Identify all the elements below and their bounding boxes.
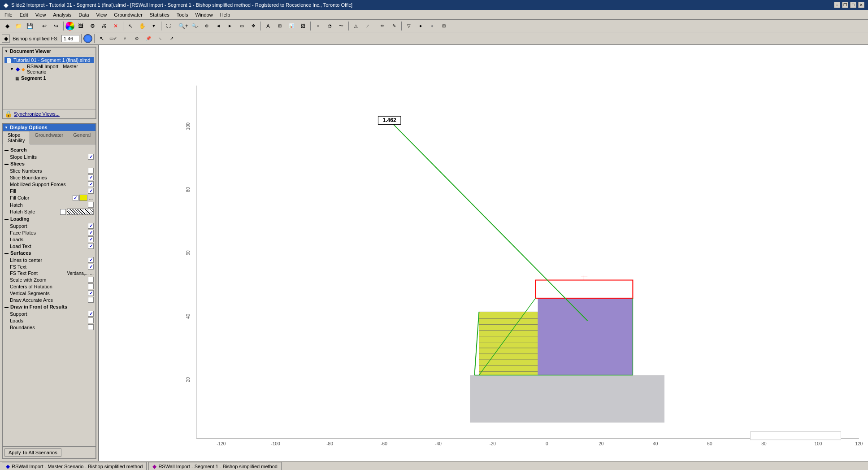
cursor-btn[interactable]: ↖ (96, 34, 107, 44)
print-button[interactable]: 🖨 (99, 21, 109, 31)
maximize-button[interactable]: □ (850, 2, 856, 8)
tree-item-tutorial[interactable]: 📄 Tutorial 01 - Segment 1 (final).slmd (4, 57, 94, 63)
menu-help[interactable]: Help (217, 11, 234, 18)
stop-button[interactable]: ✕ (110, 21, 121, 31)
menu-view2[interactable]: View (93, 11, 111, 18)
boundaries-front-checkbox[interactable] (88, 324, 94, 330)
zoom-next-button[interactable]: ► (225, 21, 235, 31)
loading-toggle[interactable]: ▬ (4, 217, 9, 221)
save-button[interactable]: 💾 (24, 21, 35, 31)
image-button[interactable]: 🖼 (298, 21, 308, 31)
hatch-checkbox[interactable] (88, 202, 94, 208)
menu-groundwater[interactable]: Groundwater (110, 11, 146, 18)
mountain-btn[interactable]: △ (351, 21, 361, 31)
sync-button[interactable]: Synchronize Views... (14, 111, 60, 117)
slices-toggle[interactable]: ▬ (4, 161, 9, 166)
pan-button[interactable]: ✥ (248, 21, 259, 31)
centers-rot-checkbox[interactable] (88, 283, 94, 289)
loads-checkbox[interactable] (88, 236, 94, 242)
hand-button[interactable]: ✋ (137, 21, 148, 31)
fs-input[interactable] (61, 35, 79, 42)
menu-statistics[interactable]: Statistics (146, 11, 173, 18)
hatch-style-checkbox[interactable] (60, 209, 66, 215)
face-plates-checkbox[interactable] (88, 230, 94, 235)
bottom-tab-master[interactable]: ◆ RSWall Import - Master Scenario - Bish… (2, 462, 147, 470)
tab-slope-stability[interactable]: Slope Stability (3, 131, 30, 144)
render-button[interactable]: 🖼 (75, 21, 86, 31)
menu-view[interactable]: View (32, 11, 50, 18)
bottom-tab-segment1[interactable]: ◆ RSWall Import - Segment 1 - Bishop sim… (148, 462, 282, 470)
graph-button[interactable]: 📊 (286, 21, 297, 31)
grid-btn[interactable]: ⊞ (438, 21, 449, 31)
lines-center-checkbox[interactable] (88, 257, 94, 263)
slope-limits-checkbox[interactable] (88, 154, 94, 160)
menu-analysis[interactable]: Analysis (49, 11, 75, 18)
draw-arcs-checkbox[interactable] (88, 297, 94, 303)
search-toggle[interactable]: ▬ (4, 148, 9, 152)
drop-button[interactable]: ▼ (148, 21, 159, 31)
slope-btn[interactable]: ⟋ (362, 21, 373, 31)
pointer-button[interactable]: ↖ (125, 21, 136, 31)
tab-general[interactable]: General (68, 131, 95, 144)
scenario-btn[interactable]: ◆ (2, 35, 10, 43)
zoom-in-button[interactable]: 🔍+ (178, 21, 189, 31)
scale-zoom-checkbox[interactable] (88, 277, 94, 283)
tree-item-segment1[interactable]: ▦ Segment 1 (4, 75, 94, 81)
fill-color-checkbox[interactable] (73, 195, 78, 201)
minimize-button[interactable]: − (834, 2, 840, 8)
zoom-prev-button[interactable]: ◄ (213, 21, 224, 31)
zoom-out-button[interactable]: 🔍- (190, 21, 200, 31)
canvas-area[interactable]: 100 80 60 40 20 -120 -100 -80 -60 -40 -2… (99, 45, 868, 461)
slice-boundaries-checkbox[interactable] (88, 174, 94, 180)
fill-color-swatch[interactable] (79, 195, 87, 201)
zoom-window-button[interactable]: ▭ (236, 21, 247, 31)
draw-front-toggle[interactable]: ▬ (4, 305, 9, 309)
datatip-btn[interactable]: 📌 (143, 34, 154, 44)
color-button[interactable] (65, 22, 74, 30)
circle-fill-btn[interactable]: ● (415, 21, 426, 31)
support-front-checkbox[interactable] (88, 311, 94, 317)
loads-front-checkbox[interactable] (88, 318, 94, 323)
support-checkbox[interactable] (88, 223, 94, 229)
table-button[interactable]: ⊞ (274, 21, 285, 31)
restore-button[interactable]: ❐ (842, 2, 848, 8)
slice-numbers-checkbox[interactable] (88, 168, 94, 174)
tab-groundwater[interactable]: Groundwater (30, 131, 69, 144)
circle-btn2[interactable]: ◔ (324, 21, 335, 31)
pen-btn[interactable]: ✏ (377, 21, 388, 31)
redo-button[interactable]: ↪ (51, 21, 61, 31)
load-text-checkbox[interactable] (88, 243, 94, 249)
fs-text-checkbox[interactable] (88, 264, 94, 270)
arrow-btn[interactable]: ↗ (166, 34, 177, 44)
close-button[interactable]: ✕ (858, 2, 864, 8)
fill-color-more[interactable]: ... (88, 196, 94, 200)
gray-circle-btn[interactable]: ● (427, 21, 438, 31)
fullscreen-button[interactable]: ⛶ (163, 21, 174, 31)
undo-button[interactable]: ↩ (39, 21, 50, 31)
menu-window[interactable]: Window (192, 11, 217, 18)
menu-data[interactable]: Data (75, 11, 92, 18)
node-btn[interactable]: ⊙ (131, 34, 142, 44)
settings-button[interactable]: ⚙ (87, 21, 98, 31)
apply-all-button[interactable]: Apply To All Scenarios (4, 448, 61, 457)
menu-edit[interactable]: Edit (16, 11, 32, 18)
open-button[interactable]: 📁 (13, 21, 24, 31)
tree-item-rswall[interactable]: ▼ ◆ ◆ RSWall Import - Master Scenario (4, 63, 94, 75)
text-button[interactable]: A (263, 21, 273, 31)
globe-btn[interactable] (83, 34, 92, 43)
wave-btn[interactable]: 〜 (336, 21, 347, 31)
select-btn[interactable]: ▭✓ (108, 34, 119, 44)
filter-btn[interactable]: ▽ (404, 21, 414, 31)
menu-file[interactable]: File (1, 11, 16, 18)
zoom-fit-button[interactable]: ⊕ (201, 21, 212, 31)
new-button[interactable]: ◆ (2, 21, 13, 31)
mob-support-checkbox[interactable] (88, 181, 94, 187)
vertical-seg-checkbox[interactable] (88, 290, 94, 296)
filter-btn2[interactable]: ▿ (120, 34, 130, 44)
edit-btn[interactable]: ✎ (389, 21, 399, 31)
menu-tools[interactable]: Tools (173, 11, 192, 18)
circle-btn1[interactable]: ○ (312, 21, 323, 31)
fill-checkbox[interactable] (88, 188, 94, 194)
surfaces-toggle[interactable]: ▬ (4, 251, 9, 255)
line-btn[interactable]: ⟍ (155, 34, 165, 44)
